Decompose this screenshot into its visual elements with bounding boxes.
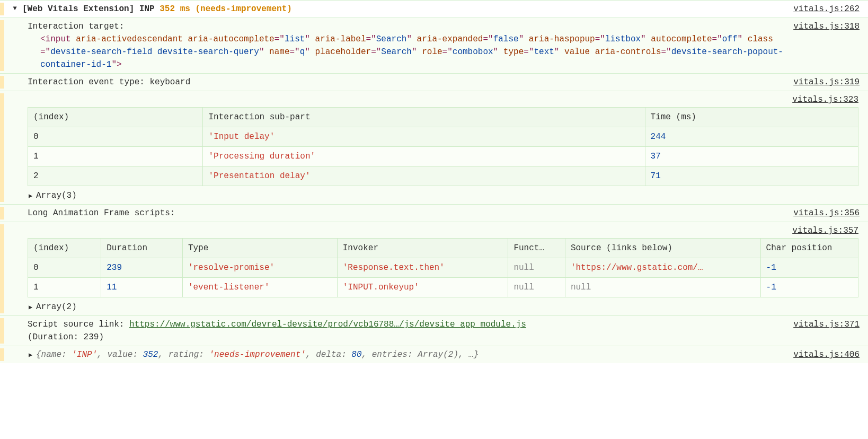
warn-gutter <box>0 93 4 202</box>
table-header: Time (ms) <box>645 108 858 127</box>
spacer <box>7 20 22 21</box>
interaction-target-label: Interaction target: <box>28 20 784 33</box>
source-link[interactable]: vitals.js:262 <box>789 3 864 15</box>
table-row: 1'Processing duration'37 <box>28 147 858 166</box>
source-link-inline[interactable]: vitals.js:323 <box>28 93 858 106</box>
warn-gutter <box>0 348 4 361</box>
source-link[interactable]: vitals.js:356 <box>789 207 864 220</box>
table-header: Source (links below) <box>565 239 760 258</box>
chevron-right-icon: ▶ <box>29 350 36 360</box>
log-row-script-source: Script source link: https://www.gstatic.… <box>0 316 868 346</box>
spacer <box>7 93 22 94</box>
log-prefix: [Web Vitals Extension] <box>22 4 134 14</box>
log-message: vitals.js:357 (index)DurationTypeInvoker… <box>22 224 864 313</box>
log-message: Long Animation Frame scripts: <box>22 207 789 220</box>
warn-gutter <box>0 20 4 71</box>
log-row-table-subparts: vitals.js:323 (index)Interaction sub-par… <box>0 91 868 205</box>
table-row: 111'event-listener''INPUT.onkeyup'nullnu… <box>28 278 858 297</box>
log-message: vitals.js:323 (index)Interaction sub-par… <box>22 93 864 202</box>
spacer <box>7 224 22 225</box>
source-link-inline[interactable]: vitals.js:357 <box>28 224 858 237</box>
loaf-table: (index)DurationTypeInvokerFunct…Source (… <box>28 238 858 297</box>
metric-rating: (needs-improvement) <box>195 4 291 14</box>
table-row: 2'Presentation delay'71 <box>28 166 858 186</box>
warn-gutter <box>0 207 4 220</box>
spacer <box>7 348 22 349</box>
spacer <box>7 76 22 77</box>
table-header: Duration <box>101 239 183 258</box>
source-link[interactable]: vitals.js:318 <box>789 20 864 33</box>
log-message: [Web Vitals Extension] INP 352 ms (needs… <box>22 3 789 15</box>
warn-gutter <box>0 76 4 89</box>
log-message: Script source link: https://www.gstatic.… <box>22 318 789 344</box>
metric-name: INP <box>139 4 155 14</box>
source-link[interactable]: vitals.js:371 <box>789 318 864 331</box>
table-row: 0'Input delay'244 <box>28 127 858 147</box>
object-expand[interactable]: ▶ <box>28 349 36 359</box>
spacer <box>7 318 22 319</box>
array-expand[interactable]: ▶Array(3) <box>28 188 858 202</box>
log-message: ▶{name: 'INP', value: 352, rating: 'need… <box>22 348 789 361</box>
source-link[interactable]: vitals.js:319 <box>789 76 864 89</box>
table-header: Interaction sub-part <box>203 108 645 127</box>
script-source-label: Script source link: <box>28 320 129 329</box>
script-source-duration: (Duration: 239) <box>28 332 104 342</box>
table-header: Invoker <box>337 239 508 258</box>
script-source-link[interactable]: https://www.gstatic.com/devrel-devsite/p… <box>129 320 526 329</box>
expand-toggle[interactable]: ▼ <box>7 3 22 13</box>
log-row-event-type: Interaction event type: keyboard vitals.… <box>0 74 868 91</box>
table-row: 0239'resolve-promise''Response.text.then… <box>28 258 858 278</box>
table-header: Funct… <box>508 239 565 258</box>
table-header: (index) <box>28 108 203 127</box>
log-message: Interaction event type: keyboard <box>22 76 789 89</box>
metric-value: 352 ms <box>160 4 190 14</box>
log-message: Interaction target: <input aria-activede… <box>22 20 789 71</box>
log-row-object-dump: ▶{name: 'INP', value: 352, rating: 'need… <box>0 346 868 363</box>
table-header: Char position <box>760 239 858 258</box>
warn-gutter <box>0 318 4 344</box>
chevron-right-icon: ▶ <box>29 191 36 201</box>
log-row-header: ▼ [Web Vitals Extension] INP 352 ms (nee… <box>0 0 868 18</box>
warn-gutter <box>0 3 4 15</box>
spacer <box>7 207 22 208</box>
console-panel: ▼ [Web Vitals Extension] INP 352 ms (nee… <box>0 0 868 363</box>
subparts-table: (index)Interaction sub-partTime (ms)0'In… <box>28 107 858 186</box>
log-row-table-loaf: vitals.js:357 (index)DurationTypeInvoker… <box>0 222 868 316</box>
array-expand[interactable]: ▶Array(2) <box>28 300 858 313</box>
table-header: (index) <box>28 239 101 258</box>
table-header: Type <box>182 239 337 258</box>
chevron-right-icon: ▶ <box>29 303 36 312</box>
source-link[interactable]: vitals.js:406 <box>789 348 864 361</box>
log-row-interaction-target: Interaction target: <input aria-activede… <box>0 18 868 74</box>
warn-gutter <box>0 224 4 313</box>
log-row-loaf-label: Long Animation Frame scripts: vitals.js:… <box>0 205 868 222</box>
element-dump: <input aria-activedescendant aria-autoco… <box>28 33 784 71</box>
